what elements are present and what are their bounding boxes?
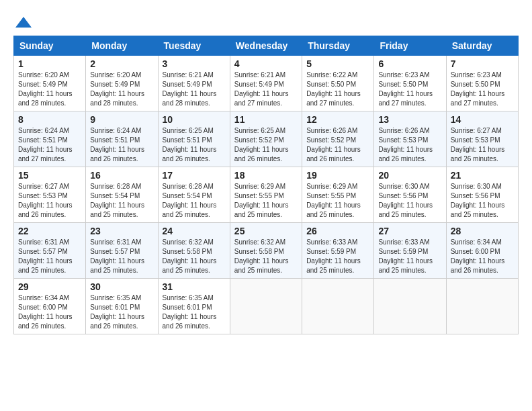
calendar-cell: 24Sunrise: 6:32 AM Sunset: 5:58 PM Dayli… (158, 222, 230, 278)
day-number: 8 (18, 114, 81, 125)
calendar-cell: 6Sunrise: 6:23 AM Sunset: 5:50 PM Daylig… (374, 55, 446, 111)
day-number: 11 (234, 114, 298, 125)
calendar-cell: 1Sunrise: 6:20 AM Sunset: 5:49 PM Daylig… (14, 55, 86, 111)
calendar-cell: 21Sunrise: 6:30 AM Sunset: 5:56 PM Dayli… (446, 167, 518, 222)
calendar-cell (446, 278, 518, 334)
day-number: 3 (163, 58, 226, 69)
calendar-header-thursday: Thursday (302, 36, 374, 55)
day-number: 10 (163, 114, 226, 125)
logo-text (13, 13, 34, 29)
calendar-cell: 8Sunrise: 6:24 AM Sunset: 5:51 PM Daylig… (14, 111, 86, 167)
calendar-cell: 30Sunrise: 6:35 AM Sunset: 6:01 PM Dayli… (86, 278, 158, 334)
cell-info: Sunrise: 6:33 AM Sunset: 5:59 PM Dayligh… (378, 238, 441, 275)
cell-info: Sunrise: 6:26 AM Sunset: 5:52 PM Dayligh… (306, 126, 369, 164)
calendar-cell (230, 278, 302, 334)
calendar-cell: 13Sunrise: 6:26 AM Sunset: 5:53 PM Dayli… (374, 111, 446, 167)
calendar-cell: 3Sunrise: 6:21 AM Sunset: 5:49 PM Daylig… (158, 55, 230, 111)
cell-info: Sunrise: 6:26 AM Sunset: 5:53 PM Dayligh… (378, 126, 441, 164)
calendar-cell: 7Sunrise: 6:23 AM Sunset: 5:50 PM Daylig… (446, 55, 518, 111)
day-number: 23 (90, 226, 153, 236)
cell-info: Sunrise: 6:21 AM Sunset: 5:49 PM Dayligh… (234, 71, 298, 108)
day-number: 25 (234, 226, 298, 236)
calendar-cell: 31Sunrise: 6:35 AM Sunset: 6:01 PM Dayli… (158, 278, 230, 334)
cell-info: Sunrise: 6:29 AM Sunset: 5:55 PM Dayligh… (234, 182, 298, 220)
cell-info: Sunrise: 6:31 AM Sunset: 5:57 PM Dayligh… (90, 238, 153, 275)
day-number: 31 (163, 281, 226, 292)
day-number: 12 (306, 114, 369, 125)
logo (13, 13, 34, 29)
cell-info: Sunrise: 6:29 AM Sunset: 5:55 PM Dayligh… (306, 182, 369, 220)
cell-info: Sunrise: 6:27 AM Sunset: 5:53 PM Dayligh… (18, 182, 81, 220)
cell-info: Sunrise: 6:30 AM Sunset: 5:56 PM Dayligh… (378, 182, 441, 220)
calendar-cell: 14Sunrise: 6:27 AM Sunset: 5:53 PM Dayli… (446, 111, 518, 167)
day-number: 30 (90, 281, 153, 292)
day-number: 5 (306, 58, 369, 69)
calendar-header-monday: Monday (86, 36, 158, 55)
calendar-week-2: 8Sunrise: 6:24 AM Sunset: 5:51 PM Daylig… (14, 111, 519, 167)
calendar-cell: 18Sunrise: 6:29 AM Sunset: 5:55 PM Dayli… (230, 167, 302, 222)
calendar-cell: 4Sunrise: 6:21 AM Sunset: 5:49 PM Daylig… (230, 55, 302, 111)
calendar-cell: 12Sunrise: 6:26 AM Sunset: 5:52 PM Dayli… (302, 111, 374, 167)
logo-icon (14, 15, 33, 29)
calendar-week-5: 29Sunrise: 6:34 AM Sunset: 6:00 PM Dayli… (14, 278, 519, 334)
calendar-week-1: 1Sunrise: 6:20 AM Sunset: 5:49 PM Daylig… (14, 55, 519, 111)
day-number: 17 (163, 170, 226, 181)
calendar-cell: 27Sunrise: 6:33 AM Sunset: 5:59 PM Dayli… (374, 222, 446, 278)
cell-info: Sunrise: 6:24 AM Sunset: 5:51 PM Dayligh… (90, 126, 153, 164)
day-number: 13 (378, 114, 441, 125)
day-number: 18 (234, 170, 298, 181)
calendar-week-3: 15Sunrise: 6:27 AM Sunset: 5:53 PM Dayli… (14, 167, 519, 222)
calendar-cell: 25Sunrise: 6:32 AM Sunset: 5:58 PM Dayli… (230, 222, 302, 278)
calendar-header-friday: Friday (374, 36, 446, 55)
cell-info: Sunrise: 6:34 AM Sunset: 6:00 PM Dayligh… (18, 293, 81, 331)
cell-info: Sunrise: 6:24 AM Sunset: 5:51 PM Dayligh… (18, 126, 81, 164)
day-number: 19 (306, 170, 369, 181)
cell-info: Sunrise: 6:25 AM Sunset: 5:52 PM Dayligh… (234, 126, 298, 164)
calendar-cell: 11Sunrise: 6:25 AM Sunset: 5:52 PM Dayli… (230, 111, 302, 167)
cell-info: Sunrise: 6:31 AM Sunset: 5:57 PM Dayligh… (18, 238, 81, 275)
day-number: 9 (90, 114, 153, 125)
day-number: 21 (451, 170, 514, 181)
cell-info: Sunrise: 6:23 AM Sunset: 5:50 PM Dayligh… (378, 71, 441, 108)
calendar-header-sunday: Sunday (14, 36, 86, 55)
calendar-cell: 17Sunrise: 6:28 AM Sunset: 5:54 PM Dayli… (158, 167, 230, 222)
cell-info: Sunrise: 6:25 AM Sunset: 5:51 PM Dayligh… (163, 126, 226, 164)
calendar-cell: 19Sunrise: 6:29 AM Sunset: 5:55 PM Dayli… (302, 167, 374, 222)
calendar-table: SundayMondayTuesdayWednesdayThursdayFrid… (13, 36, 519, 334)
calendar-cell: 9Sunrise: 6:24 AM Sunset: 5:51 PM Daylig… (86, 111, 158, 167)
cell-info: Sunrise: 6:21 AM Sunset: 5:49 PM Dayligh… (163, 71, 226, 108)
day-number: 27 (378, 226, 441, 236)
calendar-header-tuesday: Tuesday (158, 36, 230, 55)
calendar-header-saturday: Saturday (446, 36, 518, 55)
cell-info: Sunrise: 6:34 AM Sunset: 6:00 PM Dayligh… (451, 238, 514, 275)
cell-info: Sunrise: 6:30 AM Sunset: 5:56 PM Dayligh… (451, 182, 514, 220)
day-number: 6 (378, 58, 441, 69)
calendar-header-wednesday: Wednesday (230, 36, 302, 55)
day-number: 2 (90, 58, 153, 69)
cell-info: Sunrise: 6:32 AM Sunset: 5:58 PM Dayligh… (234, 238, 298, 275)
calendar-cell: 15Sunrise: 6:27 AM Sunset: 5:53 PM Dayli… (14, 167, 86, 222)
calendar-week-4: 22Sunrise: 6:31 AM Sunset: 5:57 PM Dayli… (14, 222, 519, 278)
cell-info: Sunrise: 6:20 AM Sunset: 5:49 PM Dayligh… (18, 71, 81, 108)
day-number: 28 (451, 226, 514, 236)
cell-info: Sunrise: 6:28 AM Sunset: 5:54 PM Dayligh… (90, 182, 153, 220)
cell-info: Sunrise: 6:28 AM Sunset: 5:54 PM Dayligh… (163, 182, 226, 220)
day-number: 16 (90, 170, 153, 181)
calendar-cell: 26Sunrise: 6:33 AM Sunset: 5:59 PM Dayli… (302, 222, 374, 278)
calendar-cell (302, 278, 374, 334)
calendar-header-row: SundayMondayTuesdayWednesdayThursdayFrid… (14, 36, 519, 55)
cell-info: Sunrise: 6:27 AM Sunset: 5:53 PM Dayligh… (451, 126, 514, 164)
day-number: 22 (18, 226, 81, 236)
cell-info: Sunrise: 6:33 AM Sunset: 5:59 PM Dayligh… (306, 238, 369, 275)
cell-info: Sunrise: 6:20 AM Sunset: 5:49 PM Dayligh… (90, 71, 153, 108)
calendar-cell: 20Sunrise: 6:30 AM Sunset: 5:56 PM Dayli… (374, 167, 446, 222)
cell-info: Sunrise: 6:35 AM Sunset: 6:01 PM Dayligh… (90, 293, 153, 331)
cell-info: Sunrise: 6:35 AM Sunset: 6:01 PM Dayligh… (163, 293, 226, 331)
calendar-cell: 16Sunrise: 6:28 AM Sunset: 5:54 PM Dayli… (86, 167, 158, 222)
svg-marker-0 (15, 17, 32, 28)
cell-info: Sunrise: 6:22 AM Sunset: 5:50 PM Dayligh… (306, 71, 369, 108)
calendar-cell: 28Sunrise: 6:34 AM Sunset: 6:00 PM Dayli… (446, 222, 518, 278)
calendar-cell: 10Sunrise: 6:25 AM Sunset: 5:51 PM Dayli… (158, 111, 230, 167)
calendar-cell: 23Sunrise: 6:31 AM Sunset: 5:57 PM Dayli… (86, 222, 158, 278)
calendar-cell: 29Sunrise: 6:34 AM Sunset: 6:00 PM Dayli… (14, 278, 86, 334)
